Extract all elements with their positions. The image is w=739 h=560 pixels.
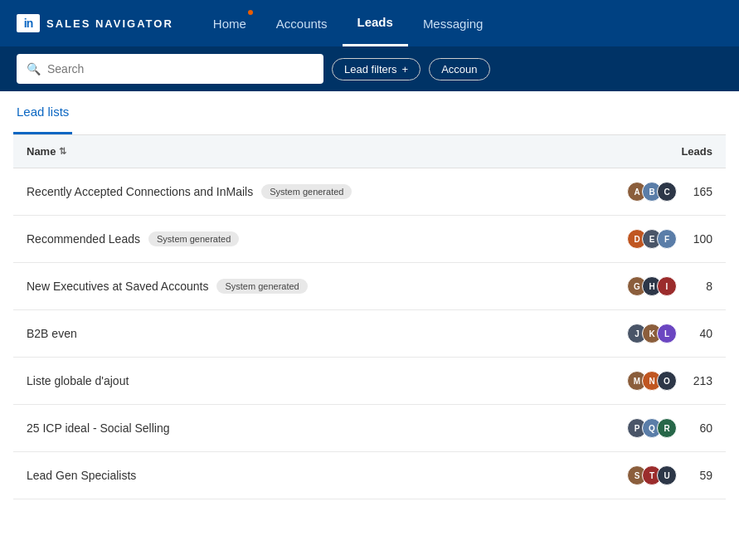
avatar: C: [657, 182, 677, 202]
avatar: O: [657, 371, 677, 391]
avatar: F: [657, 229, 677, 249]
table-row[interactable]: New Executives at Saved Accounts System …: [13, 263, 726, 310]
row-name-area: Recently Accepted Connections and InMail…: [27, 184, 613, 199]
tab-lead-lists[interactable]: Lead lists: [13, 91, 72, 134]
avatars: S T U: [627, 465, 677, 485]
row-name-area: 25 ICP ideal - Social Selling: [27, 421, 613, 435]
avatars: A B C: [627, 182, 677, 202]
linkedin-icon: in: [17, 14, 40, 32]
nav-item-home[interactable]: Home: [198, 0, 261, 46]
table-header: Name ⇅ Leads: [13, 135, 726, 168]
table-row[interactable]: Lead Gen Specialists S T U 59: [13, 452, 726, 499]
nav-item-messaging[interactable]: Messaging: [408, 0, 498, 46]
top-navigation: in SALES NAVIGATOR Home Accounts Leads M…: [0, 0, 739, 46]
table-row[interactable]: Recommended Leads System generated D E F…: [13, 216, 726, 263]
col-name-header: Name ⇅: [27, 145, 613, 158]
row-leads-area: G H I 8: [613, 276, 712, 296]
row-name-area: Liste globale d'ajout: [27, 374, 613, 387]
account-filter-button[interactable]: Accoun: [429, 58, 489, 80]
row-name-area: Lead Gen Specialists: [27, 469, 613, 482]
avatars: G H I: [627, 276, 677, 296]
search-wrapper[interactable]: 🔍: [17, 54, 323, 84]
nav-item-leads[interactable]: Leads: [343, 0, 408, 46]
brand-name: SALES NAVIGATOR: [46, 17, 173, 30]
row-name-area: Recommended Leads System generated: [27, 231, 613, 246]
col-leads-header: Leads: [613, 145, 712, 158]
notification-dot: [248, 10, 253, 15]
table-row[interactable]: Recently Accepted Connections and InMail…: [13, 168, 726, 216]
avatar: R: [657, 418, 677, 438]
search-icon: 🔍: [27, 62, 41, 75]
search-input[interactable]: [47, 62, 314, 75]
row-name-area: B2B even: [27, 327, 613, 340]
avatars: P Q R: [627, 418, 677, 438]
main-content: Lead lists Name ⇅ Leads Recently Accepte…: [0, 91, 739, 499]
leads-table: Name ⇅ Leads Recently Accepted Connectio…: [13, 135, 726, 499]
avatar: L: [657, 324, 677, 343]
nav-item-accounts[interactable]: Accounts: [261, 0, 343, 46]
table-row[interactable]: 25 ICP ideal - Social Selling P Q R 60: [13, 405, 726, 452]
search-bar: 🔍 Lead filters + Accoun: [0, 46, 739, 91]
row-leads-area: S T U 59: [613, 465, 712, 485]
avatar: I: [657, 276, 677, 296]
avatars: J K L: [627, 324, 677, 343]
row-leads-area: D E F 100: [613, 229, 712, 249]
row-leads-area: J K L 40: [613, 324, 712, 343]
lead-filters-button[interactable]: Lead filters +: [332, 58, 421, 80]
avatars: M N O: [627, 371, 677, 391]
avatar: U: [657, 465, 677, 485]
row-name-area: New Executives at Saved Accounts System …: [27, 279, 613, 294]
row-leads-area: P Q R 60: [613, 418, 712, 438]
row-leads-area: A B C 165: [613, 182, 712, 202]
tabs-row: Lead lists: [13, 91, 726, 135]
sort-icon[interactable]: ⇅: [59, 146, 66, 157]
nav-items: Home Accounts Leads Messaging: [198, 0, 722, 46]
table-row[interactable]: Liste globale d'ajout M N O 213: [13, 358, 726, 405]
plus-icon: +: [402, 63, 409, 75]
logo[interactable]: in SALES NAVIGATOR: [17, 14, 173, 32]
avatars: D E F: [627, 229, 677, 249]
row-leads-area: M N O 213: [613, 371, 712, 391]
table-row[interactable]: B2B even J K L 40: [13, 310, 726, 358]
